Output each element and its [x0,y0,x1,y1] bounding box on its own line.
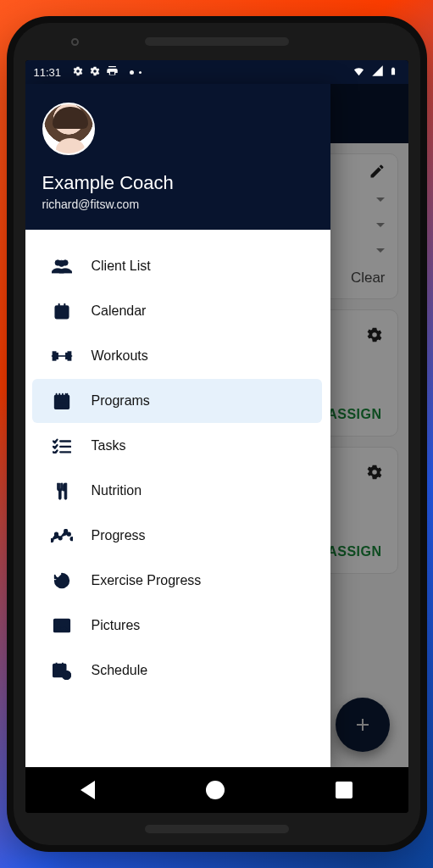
print-icon [106,64,119,80]
profile-name: Example Coach [42,172,314,194]
gear-icon [72,65,84,80]
drawer-item-tasks[interactable]: Tasks [32,424,322,468]
drawer-item-progress[interactable]: Progress [32,514,322,558]
drawer-item-label: Pictures [92,618,141,633]
svg-point-14 [67,532,69,535]
status-bar: 11:31 [25,60,408,84]
tasks-icon [44,438,80,453]
drawer-item-exercise-progress[interactable]: Exercise Progress [32,559,322,603]
status-clock: 11:31 [34,66,62,79]
drawer-item-schedule[interactable]: Schedule [32,648,322,693]
drawer-item-label: Progress [92,528,146,543]
drawer-item-workouts[interactable]: Workouts [32,334,322,378]
nav-back-button[interactable] [80,781,95,799]
avatar[interactable] [42,103,95,155]
drawer-item-label: Programs [92,393,150,409]
phone-bezel-top [14,23,420,60]
drawer-item-label: Tasks [92,438,126,453]
workouts-icon [44,349,80,363]
drawer-list: Client ListCalendarWorkoutsProgramsTasks… [25,230,330,767]
drawer-item-label: Calendar [92,303,147,319]
phone-frame: 11:31 [14,23,420,845]
svg-point-17 [57,622,59,625]
phone-bezel-bottom [14,813,420,845]
drawer-item-nutrition[interactable]: Nutrition [32,469,322,513]
svg-rect-8 [65,353,67,359]
drawer-item-label: Nutrition [92,483,142,498]
nav-home-button[interactable] [206,781,225,799]
navigation-drawer: Example Coach richard@fitsw.com Client L… [25,84,330,767]
status-dot-small [139,71,142,74]
svg-rect-4 [58,311,61,314]
gear-icon [89,65,101,80]
svg-rect-7 [55,353,57,359]
schedule-icon [44,661,80,680]
svg-point-15 [70,537,73,540]
drawer-item-calendar[interactable]: Calendar [32,289,322,333]
drawer-item-programs[interactable]: Programs [32,379,322,423]
nav-recent-button[interactable] [336,782,353,798]
battery-icon [389,64,397,81]
bottom-speaker [145,825,289,833]
programs-icon [44,392,80,410]
nutrition-icon [44,481,80,500]
drawer-header: Example Coach richard@fitsw.com [25,84,330,230]
svg-point-10 [51,539,53,542]
drawer-item-client-list[interactable]: Client List [32,244,322,288]
signal-icon [371,64,384,80]
client-list-icon [44,258,80,275]
pictures-icon [44,617,80,634]
calendar-icon [44,302,80,320]
svg-point-12 [58,537,61,539]
earpiece-speaker [145,37,289,46]
drawer-item-label: Schedule [92,663,148,678]
status-dot [130,70,134,75]
drawer-item-label: Client List [92,259,151,274]
wifi-icon [352,64,366,80]
drawer-item-pictures[interactable]: Pictures [32,604,322,648]
svg-point-11 [54,532,57,535]
screen: 11:31 [25,60,408,813]
profile-email: richard@fitsw.com [42,198,314,211]
system-nav-bar [25,767,408,813]
exercise-progress-icon [44,571,80,590]
progress-icon [44,529,80,542]
front-camera [71,38,79,46]
svg-point-13 [64,530,66,532]
drawer-item-label: Exercise Progress [92,573,202,588]
drawer-item-label: Workouts [92,348,148,364]
svg-point-2 [58,260,64,266]
